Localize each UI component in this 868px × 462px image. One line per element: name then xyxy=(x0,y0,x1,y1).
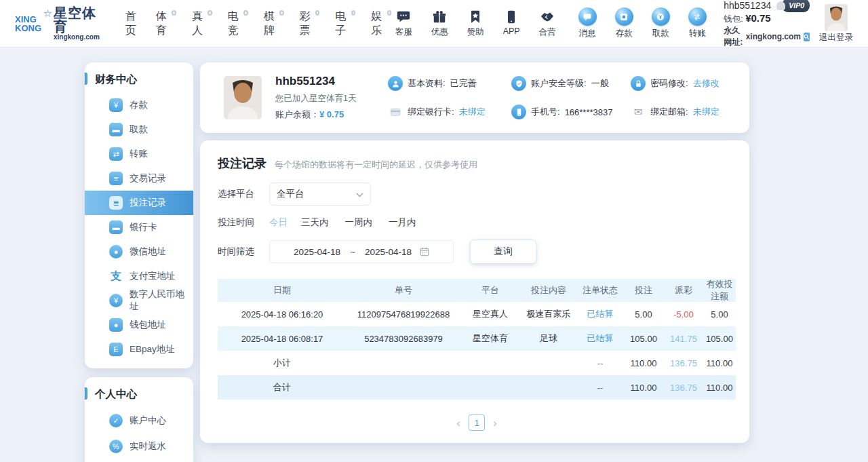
sidebar-item-digital-rmb-address[interactable]: ¥数字人民币地址 xyxy=(85,288,193,313)
deposit-icon xyxy=(615,7,633,26)
sidebar-item-bank-card[interactable]: ▬银行卡 xyxy=(85,215,193,239)
phone-icon xyxy=(511,104,526,119)
vip-badge: VIP0 xyxy=(782,0,810,12)
bind-email-link[interactable]: 未绑定 xyxy=(693,106,719,118)
time-option-3days[interactable]: 三天内 xyxy=(301,216,329,229)
bind-bank-card-item: 绑定银行卡:未绑定 xyxy=(388,104,511,119)
nav-badge-icon xyxy=(243,10,248,16)
bank-card-outline-icon xyxy=(388,104,403,119)
message-icon xyxy=(578,7,597,26)
time-option-today[interactable]: 今日 xyxy=(269,216,288,229)
nav-item-slots[interactable]: 电子 xyxy=(335,9,355,38)
password-change-item: 密码修改:去修改 xyxy=(631,76,739,91)
account-quick-actions: 消息 存款 取款 转账 xyxy=(574,7,710,39)
logout-button[interactable]: 退出登录 xyxy=(819,32,853,43)
chevron-down-icon xyxy=(356,189,363,199)
badge-star-icon xyxy=(468,9,483,24)
profile-username: hhb551234 xyxy=(275,75,378,88)
transfer-button[interactable]: 转账 xyxy=(684,7,710,39)
coin-icon xyxy=(652,7,670,26)
app-download-link[interactable]: APP xyxy=(499,9,524,38)
user-avatar[interactable] xyxy=(825,4,848,31)
sidebar-item-account-center[interactable]: ✓账户中心 xyxy=(85,408,193,434)
date-from-input[interactable]: 2025-04-18 xyxy=(294,247,340,257)
user-info: hhb551234 VIP0 钱包: ¥0.75 永久网址:xingkong.c… xyxy=(724,0,810,48)
nav-badge-icon xyxy=(172,10,176,16)
sidebar-item-wallet-address[interactable]: ●钱包地址 xyxy=(85,313,193,337)
profile-info-grid: 基本资料:已完善 账户安全等级:一般 密码修改:去修改 绑定银行卡:未绑定 手机… xyxy=(388,76,739,119)
sidebar-item-wechat-address[interactable]: ●微信地址 xyxy=(85,239,193,264)
query-button[interactable]: 查询 xyxy=(470,239,536,264)
digital-yuan-icon: ¥ xyxy=(109,294,123,307)
sidebar-item-transactions[interactable]: ≡交易记录 xyxy=(85,166,193,191)
nav-item-home[interactable]: 首页 xyxy=(125,9,140,38)
ebpay-icon: E xyxy=(109,343,123,356)
nav-item-sports[interactable]: 体育 xyxy=(156,9,176,38)
permanent-url: 永久网址:xingkong.com xyxy=(724,25,810,48)
page-number-button[interactable]: 1 xyxy=(469,415,485,431)
change-password-link[interactable]: 去修改 xyxy=(693,77,719,90)
sidebar-item-transfer[interactable]: ⇄转账 xyxy=(85,142,193,166)
page-subtitle: 每个场馆的数据将有一定时间的延迟，仅供参考使用 xyxy=(275,159,477,171)
sidebar-item-bet-records[interactable]: ≣投注记录 xyxy=(85,191,193,215)
brand-logo-text: ☆ XINGKONG xyxy=(15,15,51,33)
username: hhb551234 xyxy=(724,0,771,12)
customer-service-link[interactable]: 客服 xyxy=(391,9,416,38)
chat-bubble-icon xyxy=(396,9,411,24)
sidebar-item-realtime-rebate[interactable]: %实时返水 xyxy=(85,434,193,459)
list-icon: ≡ xyxy=(109,172,123,185)
sponsor-link[interactable]: 赞助 xyxy=(463,9,488,38)
date-to-input[interactable]: 2025-04-18 xyxy=(365,247,412,257)
sidebar-item-deposit[interactable]: ¥存款 xyxy=(85,93,193,117)
next-page-button[interactable]: › xyxy=(493,417,497,429)
site-search-icon[interactable] xyxy=(804,33,810,41)
withdraw-button[interactable]: 取款 xyxy=(648,7,673,39)
time-option-month[interactable]: 一月内 xyxy=(389,216,416,229)
wallet-balance: 钱包: ¥0.75 xyxy=(724,12,810,25)
card-icon: ▬ xyxy=(109,123,123,136)
nav-badge-icon xyxy=(279,10,284,16)
pagination: ‹ 1 › xyxy=(218,415,736,431)
finance-center-panel: 财务中心 ¥存款 ▬取款 ⇄转账 ≡交易记录 ≣投注记录 ▬银行卡 ●微信地址 … xyxy=(85,62,193,368)
date-range-label: 时间筛选 xyxy=(218,246,264,258)
partnership-link[interactable]: 合营 xyxy=(535,9,559,38)
platform-select[interactable]: 全平台 xyxy=(269,182,371,206)
percent-icon: % xyxy=(109,440,123,453)
calendar-icon[interactable] xyxy=(420,247,429,256)
sidebar-item-alipay-address[interactable]: 支支付宝地址 xyxy=(85,264,193,288)
alipay-icon: 支 xyxy=(109,269,123,283)
brand-name: 星空体育 xingkong.com xyxy=(54,6,100,41)
profile-joined-text: 您已加入星空体育1天 xyxy=(275,93,378,104)
time-option-week[interactable]: 一周内 xyxy=(345,216,373,229)
bind-email-item: ✉ 绑定邮箱:未绑定 xyxy=(631,104,739,119)
nav-badge-icon xyxy=(351,10,356,16)
sidebar-item-ebpay-address[interactable]: EEBpay地址 xyxy=(85,337,193,362)
nav-item-live[interactable]: 真人 xyxy=(192,9,212,38)
profile-balance: 账户余额：¥ 0.75 xyxy=(275,109,378,121)
personal-panel-title: 个人中心 xyxy=(85,377,193,408)
promotions-link[interactable]: 优惠 xyxy=(427,9,452,38)
subtotal-row: 小计 -- 110.00 136.75 110.00 xyxy=(218,351,736,375)
date-range-picker[interactable]: 2025-04-18 ~ 2025-04-18 xyxy=(269,240,454,263)
bet-records-table: 日期 单号 平台 投注内容 注单状态 投注 派彩 有效投注额 2025-04-1… xyxy=(218,279,736,400)
bind-bank-card-link[interactable]: 未绑定 xyxy=(459,106,486,118)
nav-item-lottery[interactable]: 彩票 xyxy=(300,9,320,38)
table-row: 2025-04-18 06:08:17 5234783092683979 星空体… xyxy=(218,326,736,351)
nav-item-entertainment[interactable]: 娱乐 xyxy=(371,9,391,38)
total-row: 合计 -- 110.00 136.75 110.00 xyxy=(218,375,736,400)
status-badge: 已结算 xyxy=(577,308,623,320)
transfer-arrows-icon xyxy=(688,7,707,26)
nav-item-esports[interactable]: 电竞 xyxy=(228,9,248,38)
nav-badge-icon xyxy=(315,10,320,16)
prev-page-button[interactable]: ‹ xyxy=(456,417,460,429)
profile-card: hhb551234 您已加入星空体育1天 账户余额：¥ 0.75 基本资料:已完… xyxy=(200,62,749,133)
brand-logo[interactable]: ☆ XINGKONG 星空体育 xingkong.com xyxy=(15,6,100,41)
sidebar-item-withdraw[interactable]: ▬取款 xyxy=(85,117,193,142)
messages-button[interactable]: 消息 xyxy=(574,7,600,39)
deposit-button[interactable]: 存款 xyxy=(611,7,637,39)
basic-info-item: 基本资料:已完善 xyxy=(388,76,511,91)
table-row: 2025-04-18 06:16:20 1120975476819922688 … xyxy=(218,302,736,326)
platform-filter-label: 选择平台 xyxy=(218,188,264,200)
top-bar: ☆ XINGKONG 星空体育 xingkong.com 首页 体育 真人 电竞… xyxy=(0,0,868,47)
nav-item-chess[interactable]: 棋牌 xyxy=(264,9,284,38)
